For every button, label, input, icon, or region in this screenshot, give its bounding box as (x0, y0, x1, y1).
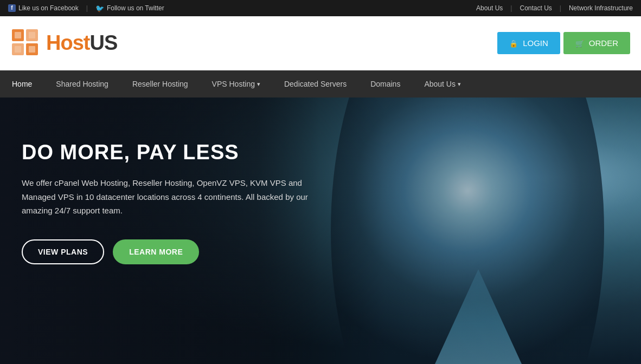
hero-subtitle: We offer cPanel Web Hosting, Reseller Ho… (22, 176, 315, 218)
svg-rect-5 (15, 46, 21, 53)
top-bar-right: About Us | Contact Us | Network Infrastr… (476, 4, 633, 12)
vps-chevron-icon: ▾ (257, 81, 260, 88)
twitter-link[interactable]: 🐦 Follow us on Twitter (95, 4, 164, 12)
about-link[interactable]: About Us (476, 4, 503, 12)
svg-rect-6 (29, 32, 35, 38)
svg-rect-7 (29, 46, 35, 53)
header: HostUS LOGIN ORDER (0, 16, 641, 70)
learn-more-button[interactable]: LEARN MORE (113, 239, 199, 264)
nav-item-reseller-hosting[interactable]: Reseller Hosting (120, 70, 200, 98)
svg-rect-4 (15, 32, 21, 38)
nav-item-domains[interactable]: Domains (358, 70, 412, 98)
logo-text: HostUS (46, 31, 117, 55)
hero-title: DO MORE, PAY LESS (22, 141, 315, 164)
facebook-label: Like us on Facebook (18, 4, 79, 12)
view-plans-button[interactable]: VIEW PLANS (22, 239, 104, 264)
contact-link[interactable]: Contact Us (520, 4, 552, 12)
hero-section: DO MORE, PAY LESS We offer cPanel Web Ho… (0, 98, 641, 364)
logo-host: Host (46, 31, 89, 54)
twitter-label: Follow us on Twitter (107, 4, 164, 12)
cart-icon (575, 38, 585, 48)
nav-item-dedicated-servers[interactable]: Dedicated Servers (272, 70, 358, 98)
logo-icon (11, 28, 41, 58)
separator-2: | (510, 4, 512, 12)
header-buttons: LOGIN ORDER (497, 32, 630, 54)
login-button[interactable]: LOGIN (497, 32, 560, 54)
facebook-link[interactable]: f Like us on Facebook (8, 4, 79, 12)
logo[interactable]: HostUS (11, 28, 117, 58)
main-nav: Home Shared Hosting Reseller Hosting VPS… (0, 70, 641, 98)
lock-icon (509, 38, 519, 48)
nav-item-vps-hosting[interactable]: VPS Hosting ▾ (200, 70, 272, 98)
hero-content: DO MORE, PAY LESS We offer cPanel Web Ho… (0, 98, 336, 308)
separator-3: | (560, 4, 561, 12)
nav-item-home[interactable]: Home (0, 70, 44, 98)
about-chevron-icon: ▾ (458, 81, 461, 88)
top-bar: f Like us on Facebook | 🐦 Follow us on T… (0, 0, 641, 16)
top-bar-left: f Like us on Facebook | 🐦 Follow us on T… (8, 4, 164, 12)
hero-buttons: VIEW PLANS LEARN MORE (22, 239, 315, 264)
nav-item-about-us[interactable]: About Us ▾ (412, 70, 473, 98)
network-link[interactable]: Network Infrastructure (569, 4, 633, 12)
facebook-icon: f (8, 4, 16, 12)
separator-1: | (86, 4, 88, 12)
logo-us: US (89, 31, 117, 54)
twitter-icon: 🐦 (95, 4, 104, 12)
nav-item-shared-hosting[interactable]: Shared Hosting (44, 70, 120, 98)
order-button[interactable]: ORDER (563, 32, 630, 54)
